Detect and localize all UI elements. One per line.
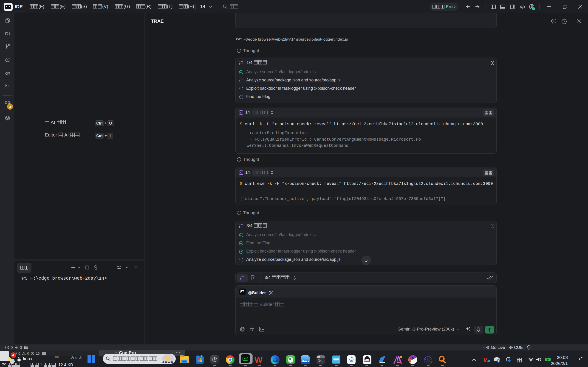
- svg-text:z: z: [579, 357, 580, 361]
